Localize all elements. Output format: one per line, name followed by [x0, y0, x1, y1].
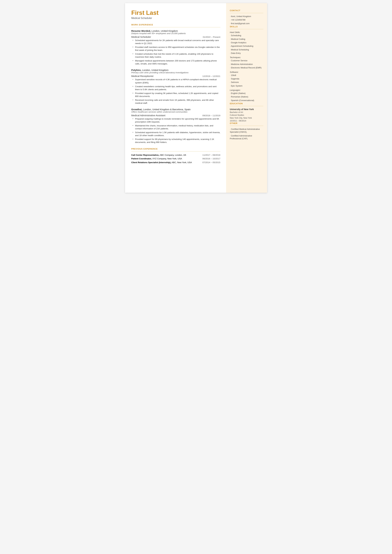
role-dates-2: 12/2019 – 12/2021 — [202, 75, 220, 77]
employer-loc-3: London, United Kingdom & Barcelona, Spai… — [142, 108, 191, 111]
education-section: EDUCATION University of New York Bachelo… — [230, 103, 263, 122]
technique-1: Customer Service — [230, 59, 263, 62]
prev-exp-title-bold-3: Client Relations Specialist (Internship)… — [131, 161, 171, 164]
edu-degree: Bachelor of Art — [230, 111, 263, 114]
job-title: Medical Scheduler — [131, 17, 220, 20]
employer-desc-2: Primary care clinic providing critical l… — [131, 71, 220, 74]
resume-page: First Last Medical Scheduler WORK EXPERI… — [125, 3, 267, 193]
header-section: First Last Medical Scheduler — [131, 9, 220, 20]
employer-desc-1: Dialysis hospital with 50+ employees and… — [131, 32, 220, 35]
role-title-1: Medical Scheduler — [131, 35, 151, 38]
contact-item-3: first.last@gmail.com — [230, 22, 263, 25]
role-title-2: Medical Receptionist — [131, 75, 154, 77]
bullet-1-2: Provided staff members access to 950 app… — [133, 46, 220, 52]
prev-exp-dates-2: 06/2016 – 10/2017 — [202, 157, 220, 160]
bullet-3-3: Scheduled appointments for 1.5K patients… — [133, 131, 220, 137]
software-label: Software: — [230, 71, 263, 73]
prev-exp-left-3: Client Relations Specialist (Internship)… — [131, 161, 203, 164]
prev-exp-dates-3: 07/2014 – 05/2015 — [202, 161, 220, 164]
employer-bold-2: Polyhire, — [131, 69, 141, 71]
hard-skill-4: Appointment Scheduling — [230, 45, 263, 48]
contact-item-1: Kent, United Kingdom — [230, 15, 263, 18]
hard-skill-5: Medical Scheduling — [230, 48, 263, 51]
role-dates-3: 09/2018 – 11/2019 — [202, 114, 220, 117]
employer-loc-2: London, United Kingdom — [141, 69, 168, 71]
hard-skills-label: Hard Skills: — [230, 31, 263, 34]
prev-exp-dates-1: 11/2017 – 08/2018 — [202, 154, 220, 156]
prev-exp-title-rest-3: ABC, New York, USA — [171, 161, 192, 164]
full-name: First Last — [131, 9, 220, 16]
employer-name-1: Resume Worded, London, United Kingdom — [131, 29, 220, 32]
bullet-2-4: Received incoming calls and emails from … — [133, 98, 220, 105]
bullet-2-3: Provided support by creating 3K patient … — [133, 92, 220, 98]
other-section: OTHER Certified Medical Administrative S… — [230, 122, 263, 140]
employer-name-2: Polyhire, London, United Kingdom — [131, 69, 220, 71]
edu-dates: 10/2011 - 06/2014 — [230, 119, 263, 122]
bullet-1-3: Created schedules that met the needs of … — [133, 52, 220, 58]
contact-section: CONTACT Kent, United Kingdom +44 1234567… — [230, 9, 263, 25]
bullet-1-1: Scheduled appointments for 2K patients w… — [133, 39, 220, 45]
employer-bold-1: Resume Worded, — [131, 29, 151, 32]
employer-block-2: Polyhire, London, United Kingdom Primary… — [131, 69, 220, 104]
software-1: 10to8 — [230, 74, 263, 77]
prev-exp-title-rest-1: ABC Company, London, UK — [159, 154, 186, 156]
employer-block-1: Resume Worded, London, United Kingdom Di… — [131, 29, 220, 65]
edu-location: New York City, New York — [230, 117, 263, 119]
previous-experience-header: PREVIOUS EXPERIENCE — [131, 148, 220, 150]
skills-divider — [230, 29, 263, 29]
prev-exp-title-bold-1: Call Center Representative, — [131, 154, 159, 156]
other-header: OTHER — [230, 122, 263, 125]
hard-skill-3: Google Analytics — [230, 41, 263, 44]
hard-skill-1: Scheduling — [230, 34, 263, 37]
role-row-2: Medical Receptionist 12/2019 – 12/2021 — [131, 75, 220, 77]
prev-exp-left-1: Call Center Representative, ABC Company,… — [131, 154, 203, 156]
role-row-1: Medical Scheduler 01/2022 – Present — [131, 35, 220, 38]
language-2: Romanian (Native) — [230, 95, 263, 98]
technique-2: Medicine Administration — [230, 63, 263, 66]
bullet-2-2: Created newsletters containing health ti… — [133, 85, 220, 91]
bullet-list-1: Scheduled appointments for 2K patients w… — [133, 39, 220, 65]
work-experience-section: WORK EXPERIENCE Resume Worded, London, U… — [131, 24, 220, 144]
bullet-3-2: Maintained the charts, insurance informa… — [133, 124, 220, 130]
employer-bold-3: Growthsi, — [131, 108, 142, 111]
work-experience-header: WORK EXPERIENCE — [131, 24, 220, 26]
edu-school: University of New York — [230, 108, 263, 111]
prev-exp-title-rest-2: XYZ Company, New York, USA — [152, 157, 182, 160]
education-header: EDUCATION — [230, 103, 263, 105]
bullet-3-4: Provided support for 89 physicians by sc… — [133, 138, 220, 144]
bullet-list-2: Supervised sensitive records of 4.3K pat… — [133, 78, 220, 104]
previous-experience-section: PREVIOUS EXPERIENCE Call Center Represen… — [131, 148, 220, 164]
contact-item-2: +44 123456789 — [230, 19, 263, 21]
edu-field: Cultural Studies — [230, 114, 263, 117]
prev-exp-row-1: Call Center Representative, ABC Company,… — [131, 154, 220, 156]
technique-3: Electronic Medical Record (EMR) — [230, 66, 263, 69]
language-1: English (Native) — [230, 92, 263, 95]
prev-exp-title-bold-2: Patient Coordinator, — [131, 157, 152, 160]
techniques-label: Techniques: — [230, 56, 263, 59]
bullet-list-3: Prepared outgoing mailings to include re… — [133, 117, 220, 144]
sidebar: CONTACT Kent, United Kingdom +44 1234567… — [226, 3, 267, 193]
prev-exp-left-2: Patient Coordinator, XYZ Company, New Yo… — [131, 157, 203, 160]
other-item-2: Certified Administrative Professional (C… — [230, 134, 263, 140]
skills-section: SKILLS Hard Skills: Scheduling Medical C… — [230, 26, 263, 102]
skills-header: SKILLS — [230, 26, 263, 28]
main-column: First Last Medical Scheduler WORK EXPERI… — [125, 3, 226, 193]
education-divider — [230, 106, 263, 106]
hard-skill-6: Data Entry — [230, 52, 263, 55]
employer-name-3: Growthsi, London, United Kingdom & Barce… — [131, 108, 220, 111]
role-title-3: Medical Administrative Assistant — [131, 114, 165, 117]
bullet-1-4: Managed medical appointments between 200… — [133, 59, 220, 65]
bullet-2-1: Supervised sensitive records of 4.3K pat… — [133, 78, 220, 84]
prev-exp-row-3: Client Relations Specialist (Internship)… — [131, 161, 220, 164]
software-2: Sagenda — [230, 77, 263, 80]
employer-loc-1: London, United Kingdom — [151, 29, 178, 32]
employer-block-3: Growthsi, London, United Kingdom & Barce… — [131, 108, 220, 144]
language-3: Spanish (Conversational) — [230, 99, 263, 102]
contact-header: CONTACT — [230, 9, 263, 12]
languages-label: Languages: — [230, 89, 263, 91]
employer-desc-3: Offers healthcare services within unders… — [131, 111, 220, 113]
hard-skill-2: Medical Coding — [230, 38, 263, 41]
other-item-1: Certified Medical Administrative Special… — [230, 128, 263, 133]
software-4: Epic System — [230, 84, 263, 87]
software-3: Setmore — [230, 81, 263, 84]
